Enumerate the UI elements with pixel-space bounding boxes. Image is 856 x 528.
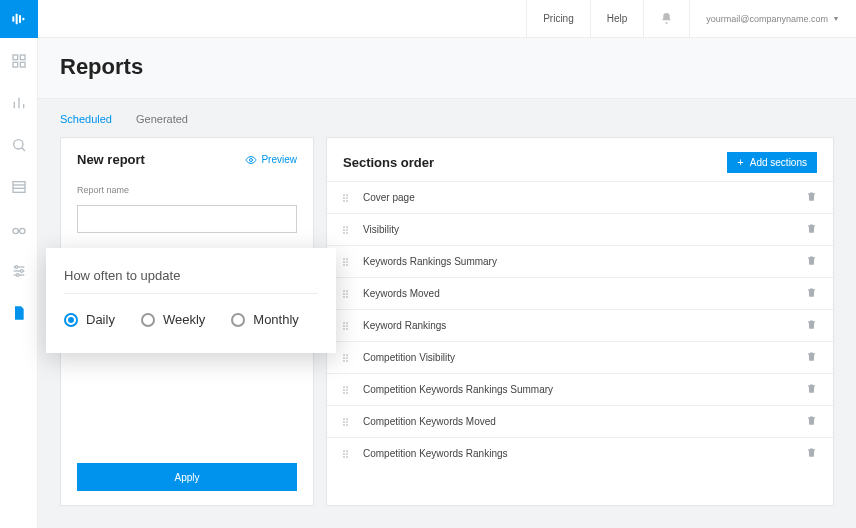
update-frequency-popover: How often to update Daily Weekly Monthly <box>46 248 336 353</box>
delete-section-button[interactable] <box>806 191 817 204</box>
section-row[interactable]: Competition Keywords Moved <box>327 405 833 437</box>
svg-rect-3 <box>22 18 24 21</box>
svg-rect-0 <box>12 16 14 21</box>
section-label: Competition Keywords Rankings Summary <box>361 384 806 395</box>
section-row[interactable]: Cover page <box>327 181 833 213</box>
drag-handle-icon[interactable] <box>343 386 361 394</box>
svg-point-22 <box>15 266 18 269</box>
section-row[interactable]: Competition Visibility <box>327 341 833 373</box>
grid-icon <box>11 53 27 69</box>
pricing-link[interactable]: Pricing <box>526 0 590 38</box>
radio-input <box>141 313 155 327</box>
section-row[interactable]: Keywords Rankings Summary <box>327 245 833 277</box>
help-link[interactable]: Help <box>590 0 644 38</box>
account-email: yourmail@companyname.com <box>706 14 828 24</box>
section-row[interactable]: Keywords Moved <box>327 277 833 309</box>
page-title-wrap: Reports <box>38 38 856 99</box>
sidebar-item-search[interactable] <box>0 126 38 164</box>
sidebar-item-settings[interactable] <box>0 252 38 290</box>
svg-line-12 <box>21 148 24 151</box>
page-title: Reports <box>60 54 834 80</box>
delete-section-button[interactable] <box>806 415 817 428</box>
section-label: Keywords Rankings Summary <box>361 256 806 267</box>
drag-handle-icon[interactable] <box>343 450 361 458</box>
add-sections-button[interactable]: + Add sections <box>727 152 817 173</box>
section-row[interactable]: Competition Keywords Rankings Summary <box>327 373 833 405</box>
chevron-down-icon: ▾ <box>834 14 838 23</box>
preview-link[interactable]: Preview <box>245 154 297 166</box>
panel-head: New report Preview <box>77 152 297 167</box>
radio-weekly[interactable]: Weekly <box>141 312 205 327</box>
sidebar <box>0 0 38 528</box>
sections-head: Sections order + Add sections <box>327 152 833 173</box>
svg-point-17 <box>19 228 24 233</box>
section-row[interactable]: Visibility <box>327 213 833 245</box>
delete-section-button[interactable] <box>806 287 817 300</box>
preview-label: Preview <box>261 154 297 165</box>
svg-rect-13 <box>13 182 25 193</box>
svg-point-11 <box>13 140 22 149</box>
svg-rect-1 <box>15 14 17 25</box>
radio-label: Monthly <box>253 312 299 327</box>
logo-icon <box>11 11 27 27</box>
new-report-title: New report <box>77 152 145 167</box>
search-icon <box>11 137 27 153</box>
section-row[interactable]: Competition Keywords Rankings <box>327 437 833 469</box>
svg-point-25 <box>250 158 253 161</box>
svg-rect-7 <box>20 62 25 67</box>
radio-daily[interactable]: Daily <box>64 312 115 327</box>
report-name-label: Report name <box>77 185 297 195</box>
section-label: Cover page <box>361 192 806 203</box>
trash-icon <box>806 351 817 362</box>
delete-section-button[interactable] <box>806 319 817 332</box>
logo[interactable] <box>0 0 38 38</box>
sidebar-item-dashboard[interactable] <box>0 42 38 80</box>
radio-label: Daily <box>86 312 115 327</box>
sidebar-item-analytics[interactable] <box>0 84 38 122</box>
notifications-button[interactable] <box>643 0 689 38</box>
top-header: Pricing Help yourmail@companyname.com ▾ <box>38 0 856 38</box>
tab-generated[interactable]: Generated <box>136 113 188 125</box>
svg-rect-5 <box>20 55 25 60</box>
svg-rect-6 <box>13 62 18 67</box>
section-label: Keywords Moved <box>361 288 806 299</box>
delete-section-button[interactable] <box>806 383 817 396</box>
delete-section-button[interactable] <box>806 351 817 364</box>
trash-icon <box>806 415 817 426</box>
drag-handle-icon[interactable] <box>343 290 361 298</box>
sections-panel: Sections order + Add sections Cover page… <box>326 137 834 506</box>
sidebar-item-watch[interactable] <box>0 210 38 248</box>
drag-handle-icon[interactable] <box>343 322 361 330</box>
eye-icon <box>245 154 257 166</box>
svg-point-16 <box>13 228 18 233</box>
section-row[interactable]: Keyword Rankings <box>327 309 833 341</box>
drag-handle-icon[interactable] <box>343 226 361 234</box>
radio-monthly[interactable]: Monthly <box>231 312 299 327</box>
apply-button[interactable]: Apply <box>77 463 297 491</box>
section-label: Keyword Rankings <box>361 320 806 331</box>
delete-section-button[interactable] <box>806 447 817 460</box>
trash-icon <box>806 287 817 298</box>
section-label: Competition Keywords Moved <box>361 416 806 427</box>
account-menu[interactable]: yourmail@companyname.com ▾ <box>689 0 856 38</box>
layout-icon <box>11 179 27 195</box>
drag-handle-icon[interactable] <box>343 418 361 426</box>
binoculars-icon <box>11 221 27 237</box>
drag-handle-icon[interactable] <box>343 258 361 266</box>
delete-section-button[interactable] <box>806 223 817 236</box>
document-icon <box>11 305 27 321</box>
trash-icon <box>806 191 817 202</box>
radio-input <box>64 313 78 327</box>
sidebar-item-template[interactable] <box>0 168 38 206</box>
section-label: Competition Visibility <box>361 352 806 363</box>
section-label: Competition Keywords Rankings <box>361 448 806 459</box>
drag-handle-icon[interactable] <box>343 194 361 202</box>
tab-scheduled[interactable]: Scheduled <box>60 113 112 125</box>
delete-section-button[interactable] <box>806 255 817 268</box>
svg-point-23 <box>20 270 23 273</box>
sidebar-item-reports[interactable] <box>0 294 38 332</box>
report-name-input[interactable] <box>77 205 297 233</box>
trash-icon <box>806 447 817 458</box>
bar-chart-icon <box>11 95 27 111</box>
drag-handle-icon[interactable] <box>343 354 361 362</box>
